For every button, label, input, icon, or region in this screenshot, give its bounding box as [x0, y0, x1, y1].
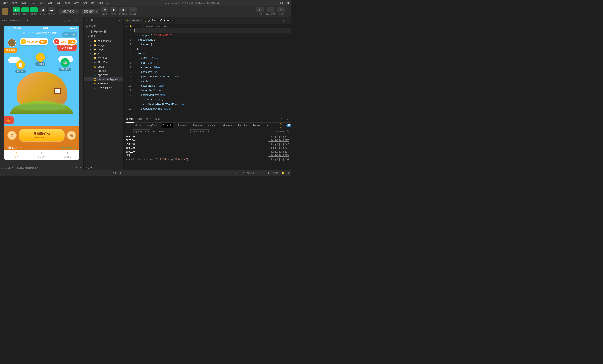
editor-tab-siteinfo.js[interactable]: JSsiteinfo.js	[124, 19, 143, 22]
toolbar-模拟器[interactable]: ▢模拟器	[12, 7, 20, 16]
menu-转到[interactable]: 转到	[37, 0, 45, 6]
editor-tab-project.config.json[interactable]: { }project.config.json✕	[143, 19, 175, 22]
filter-input[interactable]	[157, 129, 188, 133]
info-badge[interactable]: 21	[286, 124, 291, 127]
toggle-icon[interactable]: ≡	[126, 25, 127, 27]
devtab-Network[interactable]: Network	[207, 123, 218, 128]
tab-美文分享[interactable]: ✎美文分享	[29, 150, 54, 160]
menu-设置[interactable]: 设置	[72, 0, 81, 6]
settings-icon[interactable]: ⚙	[287, 130, 289, 133]
menu-选择[interactable]: 选择	[46, 0, 54, 6]
split-icon[interactable]: ⊞	[282, 19, 285, 22]
file-app.json[interactable]: { }app.json	[83, 69, 123, 73]
dbg-tab-输出[interactable]: 输出	[146, 116, 151, 122]
mode-dropdown[interactable]: 小程序模式	[59, 9, 79, 14]
devtab-Console[interactable]: Console	[162, 123, 173, 128]
tab-兑换商城[interactable]: ⇄兑换商城	[54, 150, 79, 160]
phone-simulator[interactable]: ●●●●● WeChat 19:01 100% ▮ ••• ◎ 点击"•••"，…	[4, 26, 79, 160]
error-count[interactable]: ⊘ 0 ⚠ 1	[113, 172, 121, 175]
toolbar-版本管理[interactable]: ⎌版本管理	[266, 7, 275, 16]
more-icon[interactable]: »	[80, 19, 81, 22]
files-icon[interactable]: ⧉	[86, 19, 88, 22]
toolbar-真机调试[interactable]: ⇅真机调试	[118, 7, 128, 16]
devtab-Storage[interactable]: Storage	[192, 123, 203, 128]
indent-setting[interactable]: 空格: 2	[247, 172, 255, 175]
inspect-icon[interactable]: ⬚	[126, 123, 130, 128]
minimize-button[interactable]: —	[273, 1, 276, 5]
clear-icon[interactable]: ⊘	[129, 130, 131, 133]
dbg-tab-终端[interactable]: 终端	[155, 116, 160, 122]
eol[interactable]: LF	[267, 172, 270, 174]
language-mode[interactable]: JSON	[273, 172, 279, 174]
outline-section[interactable]: ▸ 大纲	[83, 165, 123, 170]
toolbar-云开发[interactable]: ☁云开发	[48, 7, 55, 16]
hidden-count[interactable]: 1 hidden	[276, 130, 285, 133]
file-sitemap.json[interactable]: { }sitemap.json	[83, 86, 123, 90]
collect-button[interactable]: 领	[67, 131, 76, 140]
devtab-Sensor[interactable]: Sensor	[252, 123, 262, 128]
breadcrumb-path[interactable]: { } project.config.json > ...	[143, 25, 169, 27]
eye-filter-icon[interactable]: 👁	[152, 130, 155, 133]
toolbar-编译[interactable]: ↻编译	[101, 7, 108, 16]
console-output[interactable]: 5960.00index.js? [sm]:2775970.00index.js…	[124, 134, 291, 170]
energy-button[interactable]: ☺ 领取能量	[35, 53, 46, 66]
encoding[interactable]: UTF-8	[257, 172, 264, 174]
toolbar-预览[interactable]: ◉预览	[110, 7, 117, 16]
exchange-button[interactable]: 兑换	[68, 40, 76, 44]
toolbar-详情[interactable]: ≡详情	[277, 7, 285, 16]
file-siteinfo.js[interactable]: JSsiteinfo.js	[83, 81, 123, 86]
copy-icon[interactable]: ⧉	[37, 166, 39, 169]
user-avatar[interactable]	[2, 8, 8, 15]
coin-box[interactable]: ¥ 6000.00 升级	[20, 38, 48, 45]
start-mining-button[interactable]: 开始采矿石 我的能量值：40	[19, 129, 65, 142]
file-wxParse[interactable]: ▸📁wxParse	[83, 56, 123, 60]
search-icon[interactable]: 🔍	[91, 19, 93, 22]
explorer-more-icon[interactable]: ···	[119, 25, 121, 28]
menu-帮助[interactable]: 帮助	[81, 0, 89, 6]
cursor-position[interactable]: 行 1, 列 1	[235, 172, 244, 175]
invite-button[interactable]: 邀	[7, 131, 17, 140]
menu-微信开发者工具[interactable]: 微信开发者工具	[90, 0, 111, 6]
maximize-button[interactable]: ▢	[280, 1, 283, 5]
red-rain-button[interactable]: 🎁红包雨	[4, 116, 14, 124]
dbg-tab-调试器[interactable]: 调试器	[126, 116, 134, 122]
devtab-AppData[interactable]: AppData	[146, 123, 158, 128]
bell-icon[interactable]: 🔔	[282, 172, 285, 175]
upgrade-button[interactable]: 升级	[39, 40, 47, 44]
redpacket-box[interactable]: ✉ 0.52 兑换	[53, 38, 77, 45]
file-打开必读.txt[interactable]: 🗎打开必读.txt	[83, 60, 123, 65]
devtab-Wxml[interactable]: Wxml	[134, 123, 143, 128]
menu-视图[interactable]: 视图	[54, 0, 63, 6]
dbg-tab-问题[interactable]: 问题	[137, 116, 142, 122]
back-icon[interactable]: ←	[134, 25, 137, 27]
levels-dropdown[interactable]: Default levels	[190, 130, 210, 133]
devtab-Memory[interactable]: Memory	[221, 123, 233, 128]
device-selector[interactable]: iPhone 6/7/8 100% 16	[2, 19, 25, 22]
file-project.config.json[interactable]: { }project.config.json	[83, 77, 123, 81]
workers-link[interactable]: 我的工人 >	[7, 146, 21, 149]
file-images[interactable]: ▸📁images	[83, 43, 123, 47]
tab-首页[interactable]: ⌂首页	[4, 150, 29, 160]
menu-项目[interactable]: 项目	[2, 0, 10, 6]
forward-icon[interactable]: →	[139, 25, 141, 27]
toolbar-清缓存[interactable]: ≋清缓存	[129, 7, 137, 16]
more-tabs-icon[interactable]: »	[265, 123, 269, 128]
code-editor[interactable]: 1⌄23⌄456⌄789101112131415161718 { "descri…	[124, 28, 291, 116]
refresh-icon[interactable]: ⟳	[68, 19, 70, 22]
devtab-Sources[interactable]: Sources	[177, 123, 188, 128]
status-more-icon[interactable]: ▯	[288, 172, 289, 175]
open-editors-section[interactable]: ▸打开的编辑器	[83, 29, 123, 34]
file-components[interactable]: ▸📁components	[83, 39, 123, 43]
eye-icon[interactable]: ◉	[76, 166, 78, 169]
breadcrumb[interactable]: ≡ ⭐ ← → { } project.config.json > ...	[124, 24, 291, 28]
bookmark-icon[interactable]: ⭐	[129, 25, 132, 27]
compile-dropdown[interactable]: 普通编译	[81, 9, 99, 14]
grab-friends-link[interactable]: ● 抓好友来打工	[60, 146, 76, 149]
file-app.wxss[interactable]: #app.wxss	[83, 73, 123, 77]
context-dropdown[interactable]: appservice	[133, 130, 150, 133]
toolbar-调试器[interactable]: ⬚调试器	[30, 7, 38, 16]
menu-工具[interactable]: 工具	[28, 0, 36, 6]
toolbar-可视化[interactable]: ⊞可视化	[39, 7, 46, 16]
cut-icon[interactable]: ✂	[76, 19, 78, 22]
toolbar-上传[interactable]: ⇪上传	[256, 7, 264, 16]
